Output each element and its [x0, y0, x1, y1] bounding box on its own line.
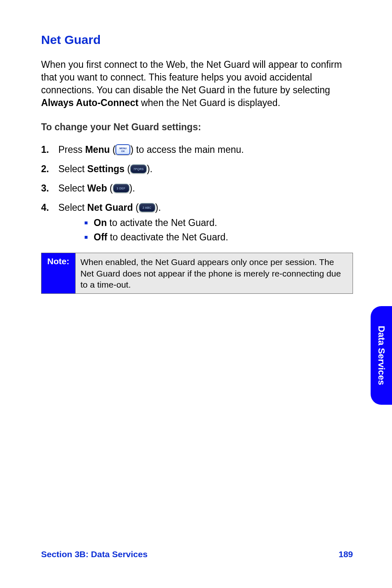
sub-rest: to activate the Net Guard.	[107, 217, 217, 228]
intro-paragraph: When you first connect to the Web, the N…	[41, 58, 353, 109]
step-number: 1.	[41, 143, 49, 156]
note-box: Note: When enabled, the Net Guard appear…	[41, 253, 353, 294]
sub-bold: On	[94, 217, 107, 228]
sub-item: On to activate the Net Guard.	[94, 217, 353, 229]
note-label: Note:	[42, 253, 76, 293]
step-paren-close: ).	[129, 183, 135, 194]
step-bold: Settings	[87, 164, 125, 174]
step-item: 1. Press Menu () to access the main menu…	[58, 143, 353, 156]
step-text-pre: Select	[58, 183, 87, 194]
step-bold: Menu	[85, 144, 110, 155]
step-bold: Web	[87, 183, 107, 194]
step-paren-open: (	[107, 183, 113, 194]
note-body: When enabled, the Net Guard appears only…	[76, 253, 353, 293]
step-item: 2. Select Settings (7PQRS).	[58, 163, 353, 175]
page-content: Net Guard When you first connect to the …	[0, 0, 392, 294]
step-item: 3. Select Web (3 DEF).	[58, 182, 353, 195]
step-number: 2.	[41, 163, 49, 175]
sub-list: On to activate the Net Guard. Off to dea…	[58, 217, 353, 244]
step-text-pre: Select	[58, 202, 87, 213]
sub-rest: to deactivate the Net Guard.	[107, 232, 228, 242]
procedure-subheading: To change your Net Guard settings:	[41, 122, 353, 133]
intro-text-2: when the Net Guard is displayed.	[138, 97, 280, 108]
menu-ok-key-icon	[115, 144, 130, 155]
step-paren-open: (	[125, 164, 130, 174]
step-list: 1. Press Menu () to access the main menu…	[41, 143, 353, 244]
step-paren-close: ).	[155, 202, 161, 213]
step-bold: Net Guard	[87, 202, 133, 213]
sub-item: Off to deactivate the Net Guard.	[94, 231, 353, 244]
step-number: 4.	[41, 201, 49, 214]
side-tab: Data Services	[371, 306, 392, 405]
page-footer: Section 3B: Data Services 189	[41, 549, 353, 559]
intro-bold: Always Auto-Connect	[41, 97, 138, 108]
step-text-pre: Press	[58, 144, 85, 155]
seven-key-icon: 7PQRS	[130, 164, 147, 173]
step-paren-close: ) to access the main menu.	[130, 144, 244, 155]
two-key-icon: 2 ABC	[139, 203, 155, 212]
step-paren-close: ).	[147, 164, 152, 174]
step-paren-open: (	[133, 202, 139, 213]
side-tab-label: Data Services	[376, 326, 387, 385]
step-paren-open: (	[110, 144, 115, 155]
footer-section: Section 3B: Data Services	[41, 549, 148, 559]
footer-page-number: 189	[339, 549, 353, 559]
key-label: 3 DEF	[113, 187, 129, 190]
key-label: 7PQRS	[131, 167, 146, 171]
step-number: 3.	[41, 182, 49, 195]
section-heading: Net Guard	[41, 33, 353, 47]
key-label: 2 ABC	[139, 206, 155, 210]
three-key-icon: 3 DEF	[113, 184, 129, 193]
step-item: 4. Select Net Guard (2 ABC). On to activ…	[58, 201, 353, 244]
step-text-pre: Select	[58, 164, 87, 174]
intro-text-1: When you first connect to the Web, the N…	[41, 59, 342, 95]
sub-bold: Off	[94, 232, 107, 242]
